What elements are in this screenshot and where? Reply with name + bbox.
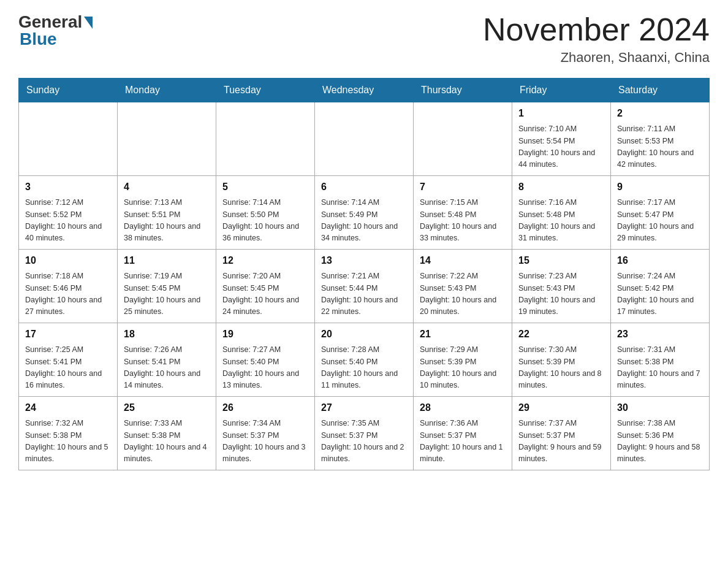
day-info: Sunrise: 7:18 AM Sunset: 5:46 PM Dayligh… bbox=[25, 270, 111, 318]
calendar-cell: 22Sunrise: 7:30 AM Sunset: 5:39 PM Dayli… bbox=[512, 323, 611, 397]
day-number: 2 bbox=[617, 106, 703, 121]
weekday-header: Monday bbox=[118, 79, 216, 102]
day-info: Sunrise: 7:21 AM Sunset: 5:44 PM Dayligh… bbox=[321, 270, 407, 318]
day-info: Sunrise: 7:10 AM Sunset: 5:54 PM Dayligh… bbox=[518, 123, 604, 171]
day-number: 16 bbox=[617, 253, 703, 268]
day-number: 6 bbox=[321, 180, 407, 194]
calendar-header-row: SundayMondayTuesdayWednesdayThursdayFrid… bbox=[19, 79, 710, 102]
day-number: 20 bbox=[321, 327, 407, 342]
weekday-header: Friday bbox=[512, 79, 611, 102]
calendar-cell: 25Sunrise: 7:33 AM Sunset: 5:38 PM Dayli… bbox=[118, 397, 216, 470]
calendar-cell: 18Sunrise: 7:26 AM Sunset: 5:41 PM Dayli… bbox=[118, 323, 216, 397]
weekday-header: Wednesday bbox=[315, 79, 414, 102]
day-number: 18 bbox=[124, 327, 210, 342]
day-number: 30 bbox=[617, 400, 703, 415]
day-info: Sunrise: 7:14 AM Sunset: 5:50 PM Dayligh… bbox=[222, 197, 308, 245]
day-info: Sunrise: 7:13 AM Sunset: 5:51 PM Dayligh… bbox=[124, 197, 210, 245]
weekday-header: Tuesday bbox=[216, 79, 315, 102]
day-info: Sunrise: 7:16 AM Sunset: 5:48 PM Dayligh… bbox=[518, 197, 604, 245]
day-info: Sunrise: 7:20 AM Sunset: 5:45 PM Dayligh… bbox=[222, 270, 308, 318]
calendar-cell: 16Sunrise: 7:24 AM Sunset: 5:42 PM Dayli… bbox=[611, 250, 710, 323]
calendar-cell: 29Sunrise: 7:37 AM Sunset: 5:37 PM Dayli… bbox=[512, 397, 611, 470]
calendar-cell: 11Sunrise: 7:19 AM Sunset: 5:45 PM Dayli… bbox=[118, 250, 216, 323]
logo-blue-text: Blue bbox=[20, 29, 57, 49]
calendar-cell: 8Sunrise: 7:16 AM Sunset: 5:48 PM Daylig… bbox=[512, 176, 611, 250]
day-info: Sunrise: 7:25 AM Sunset: 5:41 PM Dayligh… bbox=[25, 344, 111, 392]
day-number: 8 bbox=[518, 180, 604, 194]
day-info: Sunrise: 7:17 AM Sunset: 5:47 PM Dayligh… bbox=[617, 197, 703, 245]
calendar-cell: 30Sunrise: 7:38 AM Sunset: 5:36 PM Dayli… bbox=[611, 397, 710, 470]
calendar-cell: 23Sunrise: 7:31 AM Sunset: 5:38 PM Dayli… bbox=[611, 323, 710, 397]
day-info: Sunrise: 7:34 AM Sunset: 5:37 PM Dayligh… bbox=[222, 418, 308, 465]
day-number: 26 bbox=[222, 400, 308, 415]
day-number: 24 bbox=[25, 400, 111, 415]
day-number: 14 bbox=[420, 253, 506, 268]
day-info: Sunrise: 7:24 AM Sunset: 5:42 PM Dayligh… bbox=[617, 270, 703, 318]
day-number: 23 bbox=[617, 327, 703, 342]
calendar-cell: 27Sunrise: 7:35 AM Sunset: 5:37 PM Dayli… bbox=[315, 397, 414, 470]
calendar-cell: 19Sunrise: 7:27 AM Sunset: 5:40 PM Dayli… bbox=[216, 323, 315, 397]
calendar-cell: 24Sunrise: 7:32 AM Sunset: 5:38 PM Dayli… bbox=[19, 397, 118, 470]
day-info: Sunrise: 7:29 AM Sunset: 5:39 PM Dayligh… bbox=[420, 344, 506, 392]
calendar-cell: 15Sunrise: 7:23 AM Sunset: 5:43 PM Dayli… bbox=[512, 250, 611, 323]
calendar-cell bbox=[414, 102, 512, 176]
calendar-week-row: 10Sunrise: 7:18 AM Sunset: 5:46 PM Dayli… bbox=[19, 250, 710, 323]
day-number: 22 bbox=[518, 327, 604, 342]
page-header: General Blue November 2024 Zhaoren, Shaa… bbox=[18, 12, 710, 66]
logo: General Blue bbox=[18, 12, 93, 49]
calendar-cell: 13Sunrise: 7:21 AM Sunset: 5:44 PM Dayli… bbox=[315, 250, 414, 323]
calendar-cell: 7Sunrise: 7:15 AM Sunset: 5:48 PM Daylig… bbox=[414, 176, 512, 250]
day-number: 28 bbox=[420, 400, 506, 415]
calendar-cell: 4Sunrise: 7:13 AM Sunset: 5:51 PM Daylig… bbox=[118, 176, 216, 250]
day-number: 4 bbox=[124, 180, 210, 194]
title-block: November 2024 Zhaoren, Shaanxi, China bbox=[483, 12, 710, 66]
calendar-cell: 6Sunrise: 7:14 AM Sunset: 5:49 PM Daylig… bbox=[315, 176, 414, 250]
month-title: November 2024 bbox=[483, 12, 710, 47]
calendar-cell: 1Sunrise: 7:10 AM Sunset: 5:54 PM Daylig… bbox=[512, 102, 611, 176]
calendar-cell: 21Sunrise: 7:29 AM Sunset: 5:39 PM Dayli… bbox=[414, 323, 512, 397]
calendar-cell: 26Sunrise: 7:34 AM Sunset: 5:37 PM Dayli… bbox=[216, 397, 315, 470]
weekday-header: Thursday bbox=[414, 79, 512, 102]
day-info: Sunrise: 7:26 AM Sunset: 5:41 PM Dayligh… bbox=[124, 344, 210, 392]
day-info: Sunrise: 7:22 AM Sunset: 5:43 PM Dayligh… bbox=[420, 270, 506, 318]
calendar-week-row: 1Sunrise: 7:10 AM Sunset: 5:54 PM Daylig… bbox=[19, 102, 710, 176]
day-info: Sunrise: 7:12 AM Sunset: 5:52 PM Dayligh… bbox=[25, 197, 111, 245]
calendar-cell bbox=[118, 102, 216, 176]
calendar-cell: 2Sunrise: 7:11 AM Sunset: 5:53 PM Daylig… bbox=[611, 102, 710, 176]
day-number: 21 bbox=[420, 327, 506, 342]
day-number: 1 bbox=[518, 106, 604, 121]
calendar-cell: 14Sunrise: 7:22 AM Sunset: 5:43 PM Dayli… bbox=[414, 250, 512, 323]
calendar-cell: 28Sunrise: 7:36 AM Sunset: 5:37 PM Dayli… bbox=[414, 397, 512, 470]
day-number: 27 bbox=[321, 400, 407, 415]
day-number: 29 bbox=[518, 400, 604, 415]
calendar-week-row: 24Sunrise: 7:32 AM Sunset: 5:38 PM Dayli… bbox=[19, 397, 710, 470]
calendar-week-row: 17Sunrise: 7:25 AM Sunset: 5:41 PM Dayli… bbox=[19, 323, 710, 397]
day-number: 3 bbox=[25, 180, 111, 194]
calendar-cell bbox=[19, 102, 118, 176]
location-subtitle: Zhaoren, Shaanxi, China bbox=[483, 50, 710, 66]
day-info: Sunrise: 7:32 AM Sunset: 5:38 PM Dayligh… bbox=[25, 418, 111, 465]
calendar-cell: 12Sunrise: 7:20 AM Sunset: 5:45 PM Dayli… bbox=[216, 250, 315, 323]
day-info: Sunrise: 7:33 AM Sunset: 5:38 PM Dayligh… bbox=[124, 418, 210, 465]
day-number: 11 bbox=[124, 253, 210, 268]
day-info: Sunrise: 7:23 AM Sunset: 5:43 PM Dayligh… bbox=[518, 270, 604, 318]
calendar-cell: 20Sunrise: 7:28 AM Sunset: 5:40 PM Dayli… bbox=[315, 323, 414, 397]
day-number: 12 bbox=[222, 253, 308, 268]
day-info: Sunrise: 7:35 AM Sunset: 5:37 PM Dayligh… bbox=[321, 418, 407, 465]
weekday-header: Sunday bbox=[19, 79, 118, 102]
day-number: 15 bbox=[518, 253, 604, 268]
day-number: 13 bbox=[321, 253, 407, 268]
calendar-cell bbox=[315, 102, 414, 176]
logo-arrow-icon bbox=[84, 17, 93, 29]
day-number: 5 bbox=[222, 180, 308, 194]
calendar-cell: 3Sunrise: 7:12 AM Sunset: 5:52 PM Daylig… bbox=[19, 176, 118, 250]
day-info: Sunrise: 7:19 AM Sunset: 5:45 PM Dayligh… bbox=[124, 270, 210, 318]
calendar-cell: 17Sunrise: 7:25 AM Sunset: 5:41 PM Dayli… bbox=[19, 323, 118, 397]
day-info: Sunrise: 7:27 AM Sunset: 5:40 PM Dayligh… bbox=[222, 344, 308, 392]
day-number: 7 bbox=[420, 180, 506, 194]
day-number: 17 bbox=[25, 327, 111, 342]
day-number: 19 bbox=[222, 327, 308, 342]
calendar-cell: 5Sunrise: 7:14 AM Sunset: 5:50 PM Daylig… bbox=[216, 176, 315, 250]
weekday-header: Saturday bbox=[611, 79, 710, 102]
day-number: 9 bbox=[617, 180, 703, 194]
